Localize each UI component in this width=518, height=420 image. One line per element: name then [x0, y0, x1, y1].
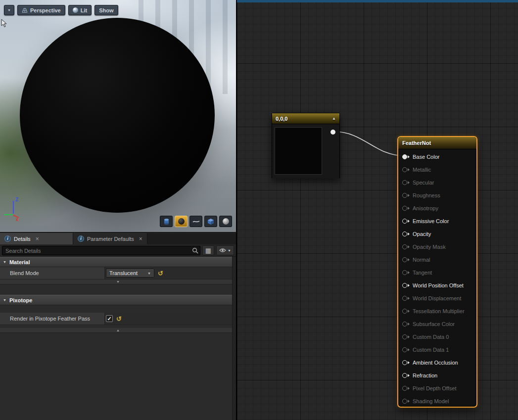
viewport-toolbar: ▼ Perspective Lit Show: [4, 5, 118, 15]
pin-label: World Position Offset: [413, 282, 464, 288]
tab-parameter-defaults[interactable]: i Parameter Defaults ×: [73, 233, 147, 244]
pin-ambient-occlusion[interactable]: Ambient Occlusion: [398, 356, 476, 369]
show-label: Show: [99, 7, 113, 13]
pin-metallic[interactable]: Metallic: [398, 163, 476, 176]
preview-cylinder-button[interactable]: [160, 216, 173, 227]
output-pin[interactable]: [330, 130, 335, 135]
close-icon[interactable]: ×: [139, 235, 142, 242]
pin-refraction[interactable]: Refraction: [398, 369, 476, 382]
pin-emissive-color[interactable]: Emissive Color: [398, 215, 476, 228]
advanced-expander-pixotope[interactable]: ▲: [0, 328, 236, 333]
pin-circle-icon[interactable]: [402, 334, 407, 339]
pin-circle-icon[interactable]: [402, 309, 407, 314]
pin-world-displacement[interactable]: World Displacement: [398, 292, 476, 305]
preview-plane-button[interactable]: [189, 216, 202, 227]
preview-teapot-button[interactable]: [219, 216, 232, 227]
teapot-icon: [223, 218, 229, 225]
material-node-title: FeatherNot: [402, 140, 431, 146]
show-button[interactable]: Show: [94, 5, 118, 15]
pin-label: Ambient Occlusion: [413, 360, 458, 366]
lit-button[interactable]: Lit: [68, 5, 92, 15]
pin-opacity[interactable]: Opacity: [398, 228, 476, 240]
plane-curve-icon: [192, 220, 200, 224]
pin-normal[interactable]: Normal: [398, 253, 476, 266]
pin-tangent[interactable]: Tangent: [398, 266, 476, 279]
preview-sphere-button[interactable]: [175, 216, 188, 227]
blend-mode-dropdown[interactable]: Translucent ▼: [106, 269, 154, 278]
pin-pixel-depth-offset[interactable]: Pixel Depth Offset: [398, 382, 476, 395]
perspective-label: Perspective: [30, 7, 61, 13]
pin-specular[interactable]: Specular: [398, 176, 476, 189]
pin-circle-icon[interactable]: [402, 219, 407, 224]
eye-icon: [219, 248, 226, 253]
pin-circle-icon[interactable]: [402, 296, 407, 301]
spacer: [0, 284, 236, 295]
chevron-down-icon: ▼: [7, 8, 11, 12]
material-preview-viewport[interactable]: ▼ Perspective Lit Show Z: [0, 0, 236, 233]
pin-circle-icon[interactable]: [402, 347, 407, 352]
mouse-cursor-icon: [1, 19, 7, 28]
pin-tessellation-multiplier[interactable]: Tessellation Multiplier: [398, 305, 476, 318]
pin-circle-icon[interactable]: [402, 244, 407, 249]
reset-to-default-icon[interactable]: ↺: [158, 270, 163, 277]
pin-custom-data-1[interactable]: Custom Data 1: [398, 343, 476, 356]
search-details-input[interactable]: [2, 246, 200, 255]
pin-circle-icon[interactable]: [402, 180, 407, 185]
preview-mesh-buttons: [160, 216, 232, 227]
material-node-header[interactable]: FeatherNot: [398, 137, 476, 149]
pin-circle-icon[interactable]: [402, 270, 407, 275]
pin-label: Subsurface Color: [413, 321, 455, 327]
details-scrollbar[interactable]: [232, 257, 236, 420]
pin-opacity-mask[interactable]: Opacity Mask: [398, 240, 476, 253]
pin-circle-icon[interactable]: [402, 399, 407, 404]
pin-circle-icon[interactable]: [402, 167, 407, 172]
info-icon: i: [78, 235, 84, 242]
pin-circle-icon[interactable]: [402, 154, 407, 159]
pin-custom-data-0[interactable]: Custom Data 0: [398, 330, 476, 343]
pin-circle-icon[interactable]: [402, 206, 407, 211]
z-axis-label: Z: [15, 197, 18, 202]
preview-cube-button[interactable]: [204, 216, 217, 227]
viewport-options-button[interactable]: ▼: [4, 5, 14, 15]
pin-circle-icon[interactable]: [402, 232, 407, 236]
section-header-pixotope[interactable]: ▼ Pixotope: [0, 295, 236, 305]
pin-circle-icon[interactable]: [402, 193, 407, 198]
pin-base-color[interactable]: Base Color: [398, 150, 476, 163]
pin-circle-icon[interactable]: [402, 386, 407, 391]
pin-anisotropy[interactable]: Anisotropy: [398, 202, 476, 215]
preview-sphere-mesh: [20, 18, 215, 213]
feather-pass-checkbox[interactable]: ✓: [106, 315, 113, 322]
constant-node-body: [272, 124, 339, 179]
constant-node-header[interactable]: 0,0,0 ▲: [272, 113, 339, 124]
details-tabbar: i Details × i Parameter Defaults ×: [0, 233, 236, 244]
pin-world-position-offset[interactable]: World Position Offset: [398, 279, 476, 292]
constant-node-title: 0,0,0: [276, 116, 287, 122]
pin-circle-icon[interactable]: [402, 257, 407, 262]
tab-parameter-defaults-label: Parameter Defaults: [87, 236, 134, 242]
material-graph-canvas[interactable]: 0,0,0 ▲ FeatherNot Base ColorMetallicSpe…: [236, 0, 518, 420]
details-panel: i Details × i Parameter Defaults × ▦: [0, 233, 236, 420]
perspective-button[interactable]: Perspective: [17, 5, 65, 15]
display-filter-button[interactable]: ▦: [202, 245, 214, 255]
pin-circle-icon[interactable]: [402, 360, 407, 365]
pin-shading-model[interactable]: Shading Model: [398, 395, 476, 408]
pin-roughness[interactable]: Roughness: [398, 189, 476, 202]
pin-circle-icon[interactable]: [402, 283, 407, 288]
constant-color-node[interactable]: 0,0,0 ▲: [272, 113, 340, 179]
collapse-icon[interactable]: ▲: [332, 116, 336, 121]
axis-gizmo: Z x: [4, 196, 29, 224]
spacer: [0, 305, 236, 313]
material-result-node[interactable]: FeatherNot Base ColorMetallicSpecularRou…: [397, 136, 477, 408]
view-options-button[interactable]: ▼: [216, 245, 234, 255]
pin-circle-icon[interactable]: [402, 373, 407, 378]
advanced-expander-material[interactable]: ▼: [0, 280, 236, 284]
pin-subsurface-color[interactable]: Subsurface Color: [398, 318, 476, 330]
details-search-row: ▦ ▼: [0, 244, 236, 257]
pin-circle-icon[interactable]: [402, 322, 407, 327]
close-icon[interactable]: ×: [36, 235, 39, 242]
pin-label: Tangent: [413, 270, 432, 276]
section-header-material[interactable]: ▼ Material: [0, 257, 236, 267]
reset-to-default-icon[interactable]: ↺: [116, 316, 122, 322]
blend-mode-label: Blend Mode: [0, 267, 105, 279]
tab-details[interactable]: i Details ×: [0, 233, 73, 244]
